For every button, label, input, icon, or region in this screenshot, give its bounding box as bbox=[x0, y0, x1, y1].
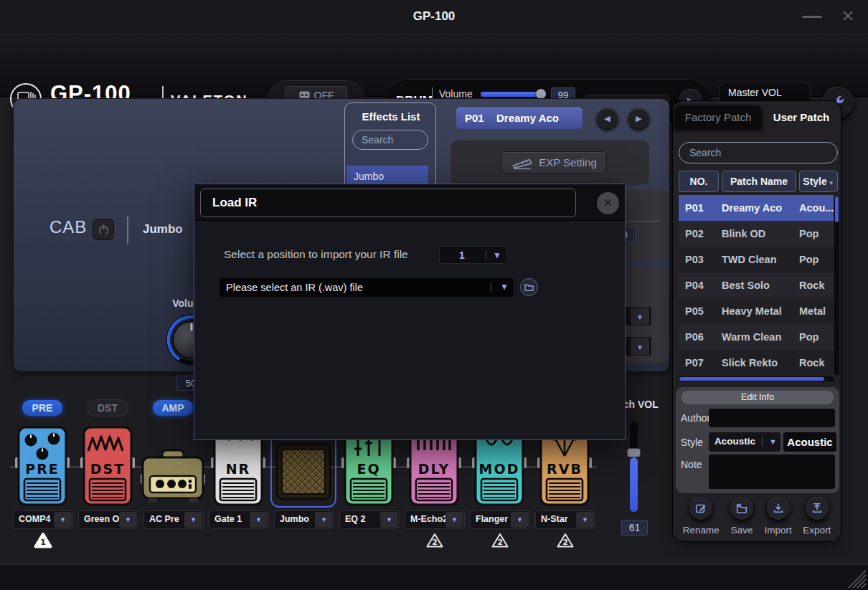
pedal-model-select[interactable]: EQ 2▼ bbox=[339, 510, 400, 529]
patch-row[interactable]: P02Blink ODPop bbox=[679, 221, 834, 247]
patch-name: Best Solo bbox=[717, 280, 798, 291]
patch-style: Pop bbox=[798, 254, 834, 265]
pedal-model-select[interactable]: COMP4▼ bbox=[13, 510, 73, 529]
pedal-model-value: M-Echo2 bbox=[410, 514, 448, 524]
chevron-down-icon[interactable]: ▼ bbox=[576, 512, 594, 528]
resize-grip-icon[interactable] bbox=[848, 570, 867, 589]
import-button[interactable]: Import bbox=[765, 497, 792, 536]
master-volume-label: Master VOL bbox=[728, 87, 782, 98]
ir-position-value: 1 bbox=[440, 249, 484, 261]
drum-volume-slider[interactable] bbox=[481, 92, 549, 97]
chevron-down-icon[interactable]: ▼ bbox=[493, 250, 501, 260]
cab-power-button[interactable] bbox=[93, 219, 114, 240]
patch-row[interactable]: P01Dreamy AcoAcou... bbox=[679, 195, 834, 221]
next-patch-button[interactable]: ▶ bbox=[628, 108, 649, 129]
patch-table-horizontal-scrollbar[interactable] bbox=[679, 376, 834, 381]
style-select[interactable]: Acoustic ▼ bbox=[709, 432, 780, 452]
author-label: Author bbox=[681, 412, 710, 424]
select-divider bbox=[762, 437, 763, 446]
patch-volume-slider[interactable] bbox=[630, 422, 638, 512]
chain-button-dst[interactable]: DST bbox=[87, 399, 128, 417]
export-icon bbox=[806, 497, 829, 520]
pedal-model-select[interactable]: AC Pre▼ bbox=[143, 510, 204, 529]
scrollbar-thumb[interactable] bbox=[835, 196, 839, 222]
svg-text:EQ: EQ bbox=[357, 461, 380, 477]
cab-pedal-graphic[interactable] bbox=[273, 443, 334, 508]
patch-volume-thumb[interactable] bbox=[627, 448, 641, 457]
patch-search-input[interactable] bbox=[679, 142, 838, 163]
patch-style: Rock bbox=[798, 280, 834, 291]
patch-number: P03 bbox=[679, 254, 717, 265]
pedal-model-select[interactable]: Flanger▼ bbox=[470, 510, 530, 529]
export-button[interactable]: Export bbox=[803, 497, 831, 536]
dialog-close-icon[interactable]: × bbox=[597, 192, 619, 214]
patch-row[interactable]: P06Warm CleanPop bbox=[679, 324, 834, 350]
patch-name: Slick Rekto bbox=[717, 357, 798, 368]
action-label: Export bbox=[803, 525, 831, 536]
chain-button-pre[interactable]: PRE bbox=[22, 399, 63, 417]
patch-row[interactable]: P07Slick RektoRock bbox=[679, 350, 834, 376]
column-header-patch-name[interactable]: Patch Name bbox=[722, 171, 796, 192]
chain-section-buttons: PREDSTAMP bbox=[22, 399, 194, 417]
ir-file-select[interactable]: Please select an IR (.wav) file ▼ bbox=[220, 278, 513, 297]
chevron-down-icon[interactable]: ▼ bbox=[119, 512, 137, 528]
close-icon[interactable]: × bbox=[835, 3, 861, 29]
patch-name: TWD Clean bbox=[717, 254, 798, 265]
rename-button[interactable]: Rename bbox=[683, 497, 720, 536]
patch-table-vertical-scrollbar[interactable] bbox=[834, 196, 839, 375]
chevron-down-icon[interactable]: ▼ bbox=[769, 437, 777, 446]
chevron-down-icon[interactable]: ▼ bbox=[250, 512, 268, 528]
chevron-down-icon[interactable]: ▼ bbox=[445, 512, 463, 528]
note-field[interactable] bbox=[709, 455, 835, 489]
chevron-down-icon[interactable]: ▼ bbox=[54, 512, 72, 528]
patch-number: P06 bbox=[679, 331, 717, 343]
patch-number: P05 bbox=[679, 305, 717, 317]
dst-pedal-graphic[interactable]: DST bbox=[80, 426, 135, 509]
previous-patch-button[interactable]: ◀ bbox=[597, 108, 618, 129]
chevron-down-icon[interactable]: ▼ bbox=[380, 512, 398, 528]
effects-search-input[interactable] bbox=[352, 130, 428, 150]
edit-info-title: Edit Info bbox=[681, 391, 834, 404]
pedal-slot-dst: DSTGreen OD▼ bbox=[77, 419, 138, 555]
author-field[interactable] bbox=[709, 409, 835, 427]
tab-user-patch[interactable]: User Patch bbox=[762, 105, 841, 130]
style-label: Style bbox=[681, 437, 703, 448]
chevron-left-icon: ◀ bbox=[604, 114, 610, 123]
patch-number: P04 bbox=[679, 280, 717, 291]
cab-module-label: CAB bbox=[49, 217, 87, 237]
patch-number: P01 bbox=[679, 202, 717, 214]
amp-pedal-graphic[interactable] bbox=[141, 448, 205, 508]
chevron-down-icon[interactable]: ▼ bbox=[631, 338, 649, 355]
exp-setting-button[interactable]: EXP Setting bbox=[501, 151, 607, 173]
tab-factory-patch[interactable]: Factory Patch bbox=[674, 105, 762, 130]
chevron-down-icon[interactable]: ▼ bbox=[184, 512, 202, 528]
pedal-model-select[interactable]: N-Star▼ bbox=[535, 510, 595, 529]
load-ir-dialog: Load IR × Select a position to import yo… bbox=[194, 184, 626, 440]
scrollbar-thumb[interactable] bbox=[679, 377, 824, 381]
chevron-down-icon[interactable]: ▼ bbox=[315, 512, 333, 528]
chevron-down-icon[interactable]: ▼ bbox=[500, 282, 509, 292]
pedal-model-select[interactable]: M-Echo2▼ bbox=[405, 510, 465, 529]
pedal-model-select[interactable]: Green OD▼ bbox=[78, 510, 138, 529]
patch-row[interactable]: P03TWD CleanPop bbox=[679, 247, 834, 272]
chevron-down-icon[interactable]: ▼ bbox=[631, 308, 649, 325]
pedal-model-select[interactable]: Gate 1▼ bbox=[209, 510, 269, 529]
column-header-style[interactable]: Style▼ bbox=[799, 171, 838, 192]
minimize-icon[interactable] bbox=[802, 16, 822, 18]
drum-volume-thumb[interactable] bbox=[536, 89, 546, 99]
ir-position-select[interactable]: 1 ▼ bbox=[439, 246, 507, 264]
patch-row[interactable]: P05Heavy MetalMetal bbox=[679, 298, 834, 324]
effects-list-title: Effects List bbox=[345, 110, 437, 123]
patch-row[interactable]: P04Best SoloRock bbox=[679, 272, 834, 298]
pre-pedal-graphic[interactable]: PRE bbox=[15, 426, 70, 509]
browse-file-button[interactable] bbox=[520, 278, 538, 296]
column-header-style-label: Style bbox=[803, 176, 826, 187]
chain-button-amp[interactable]: AMP bbox=[152, 399, 194, 417]
save-button[interactable]: Save bbox=[730, 497, 753, 536]
patch-number: P02 bbox=[679, 228, 717, 239]
chevron-down-icon[interactable]: ▼ bbox=[511, 512, 529, 528]
cab-divider bbox=[127, 217, 128, 244]
column-header-no[interactable]: NO. bbox=[679, 171, 719, 192]
dialog-title-box: Load IR bbox=[200, 189, 576, 217]
pedal-model-select[interactable]: Jumbo▼ bbox=[274, 510, 334, 529]
